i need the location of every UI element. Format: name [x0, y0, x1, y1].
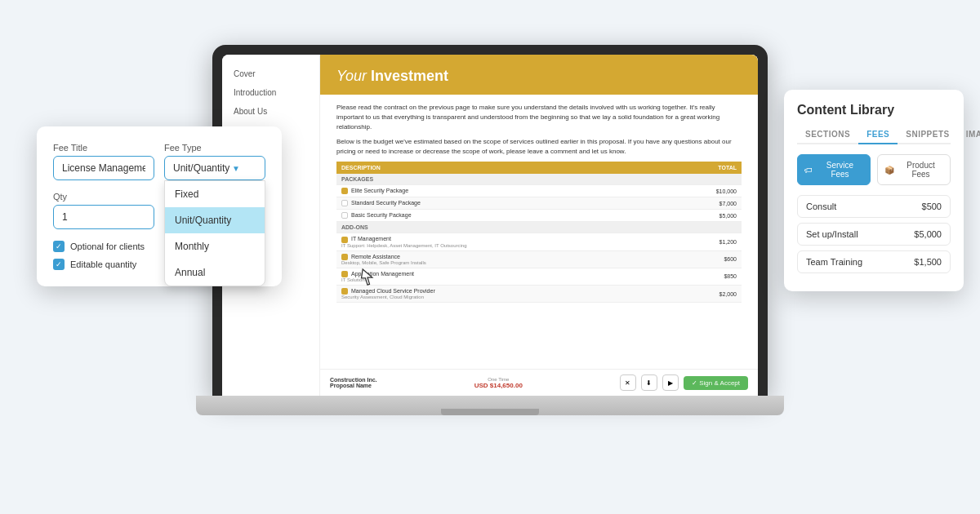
fee-type-label: Fee Type — [164, 143, 265, 153]
footer-company-name: Construction Inc. — [330, 377, 377, 383]
screen-main: Your Investment Please read the contract… — [320, 55, 758, 396]
editable-quantity-checkbox[interactable]: ✓ — [53, 259, 65, 270]
col-total: TOTAL — [667, 162, 742, 174]
fee-item-consult[interactable]: Consult $500 — [797, 195, 951, 218]
tab-sections[interactable]: SECTIONS — [797, 126, 858, 143]
fee-title-input[interactable] — [53, 156, 154, 180]
content-library-card: Content Library SECTIONS FEES SNIPPETS I… — [784, 90, 964, 291]
download-icon[interactable]: ⬇ — [641, 374, 657, 391]
col-description: DESCRIPTION — [336, 162, 667, 174]
invoice-footer: Construction Inc. Proposal Name One Time… — [320, 369, 758, 396]
fee-type-field: Fee Type Unit/Quantity ▼ Fixed Unit/Quan… — [164, 143, 265, 180]
section-packages: PACKAGES — [336, 174, 742, 185]
invoice-header: Your Investment — [320, 55, 758, 95]
cl-buttons: 🏷 Service Fees 📦 Product Fees — [797, 154, 951, 185]
fee-editor-card: Fee Title Fee Type Unit/Quantity ▼ Fixed… — [37, 126, 282, 286]
invoice-investment: Investment — [371, 68, 448, 84]
fee-item-consult-name: Consult — [806, 202, 836, 211]
chevron-down-icon: ▼ — [232, 164, 240, 173]
sidebar-item-introduction[interactable]: Introduction — [222, 83, 319, 102]
product-fees-label: Product Fees — [898, 161, 943, 179]
content-library-tabs: SECTIONS FEES SNIPPETS IMAGES — [797, 126, 951, 144]
fee-item-training[interactable]: Team Training $1,500 — [797, 250, 951, 273]
laptop-screen: Cover Introduction About Us Your Investm… — [212, 45, 768, 396]
fee-title-label: Fee Title — [53, 143, 154, 153]
invoice-your: Your — [336, 68, 367, 84]
editable-quantity-label: Editable quantity — [70, 259, 136, 269]
invoice-body-text1: Please read the contract on the previous… — [336, 103, 742, 132]
fee-item-setup[interactable]: Set up/Install $5,000 — [797, 223, 951, 246]
tab-images[interactable]: IMAGES — [958, 126, 980, 143]
tab-snippets[interactable]: SNIPPETS — [898, 126, 957, 143]
footer-proposal-name: Proposal Name — [330, 383, 377, 388]
fee-item-setup-name: Set up/Install — [806, 229, 858, 239]
fee-item-setup-price: $5,000 — [914, 229, 942, 239]
close-icon[interactable]: ✕ — [620, 374, 636, 391]
qty-label: Qty — [53, 192, 154, 202]
fee-item-training-name: Team Training — [806, 257, 862, 267]
invoice-title: Your Investment — [336, 68, 742, 85]
footer-total-amount: USD $14,650.00 — [474, 382, 523, 389]
optional-checkbox-label: Optional for clients — [70, 241, 145, 251]
fee-item-training-price: $1,500 — [914, 257, 942, 267]
service-icon: 🏷 — [804, 166, 813, 175]
optional-checkbox[interactable]: ✓ — [53, 241, 65, 252]
tab-fees[interactable]: FEES — [858, 126, 898, 144]
content-library-title: Content Library — [797, 103, 951, 117]
invoice-table: DESCRIPTION TOTAL PACKAGES Elite Securit… — [336, 162, 742, 303]
service-fees-label: Service Fees — [817, 161, 863, 179]
laptop-base — [196, 396, 784, 415]
section-addons: ADD-ONS — [336, 222, 742, 233]
fee-editor-title-row: Fee Title Fee Type Unit/Quantity ▼ Fixed… — [53, 143, 265, 180]
footer-actions: ✕ ⬇ ▶ ✓ Sign & Accept — [620, 374, 748, 391]
screen-content: Cover Introduction About Us Your Investm… — [222, 55, 758, 396]
dropdown-item-monthly[interactable]: Monthly — [165, 233, 265, 259]
dropdown-item-annual[interactable]: Annual — [165, 259, 265, 286]
dropdown-item-fixed[interactable]: Fixed — [165, 181, 265, 207]
sidebar-item-cover[interactable]: Cover — [222, 64, 319, 83]
invoice-body: Please read the contract on the previous… — [320, 95, 758, 311]
footer-total: One Time USD $14,650.00 — [474, 377, 523, 389]
qty-input[interactable] — [53, 205, 154, 229]
sign-accept-button[interactable]: ✓ Sign & Accept — [684, 376, 748, 390]
fee-item-consult-price: $500 — [922, 202, 942, 211]
product-fees-button[interactable]: 📦 Product Fees — [877, 154, 951, 185]
product-icon: 📦 — [884, 166, 894, 175]
qty-field: Qty — [53, 192, 154, 229]
dropdown-item-unit-quantity[interactable]: Unit/Quantity — [165, 207, 265, 233]
fee-type-value: Unit/Quantity — [173, 162, 229, 174]
sidebar-item-about[interactable]: About Us — [222, 102, 319, 121]
invoice-page: Your Investment Please read the contract… — [320, 55, 758, 396]
invoice-body-text2: Below is the budget we've estimated base… — [336, 137, 742, 157]
fee-type-dropdown: Fixed Unit/Quantity Monthly Annual — [164, 180, 265, 286]
fee-type-select[interactable]: Unit/Quantity ▼ — [164, 156, 265, 180]
fee-type-select-wrapper: Unit/Quantity ▼ Fixed Unit/Quantity Mont… — [164, 156, 265, 180]
invoice-footer-company: Construction Inc. Proposal Name — [330, 377, 377, 388]
service-fees-button[interactable]: 🏷 Service Fees — [797, 154, 871, 185]
share-icon[interactable]: ▶ — [662, 374, 679, 391]
laptop-screen-inner: Cover Introduction About Us Your Investm… — [222, 55, 758, 396]
fee-title-field: Fee Title — [53, 143, 154, 180]
